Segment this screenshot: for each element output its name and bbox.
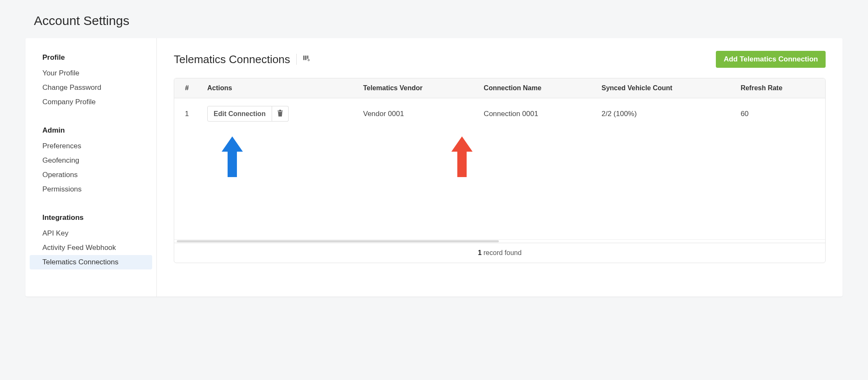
sidebar-item-operations[interactable]: Operations <box>30 168 152 182</box>
svg-rect-1 <box>305 55 306 60</box>
main-panel: Telematics Connections Add Telematics Co… <box>157 38 843 297</box>
sidebar-item-company-profile[interactable]: Company Profile <box>30 95 152 109</box>
cell-refresh-rate: 60 <box>733 98 825 130</box>
connections-table: # Actions Telematics Vendor Connection N… <box>174 78 826 263</box>
add-telematics-connection-button[interactable]: Add Telematics Connection <box>716 51 826 68</box>
col-header-actions: Actions <box>200 78 356 98</box>
svg-point-3 <box>308 59 309 61</box>
table-row: 1 Edit Connection <box>174 98 825 130</box>
sidebar-item-permissions[interactable]: Permissions <box>30 182 152 197</box>
sidebar: Profile Your Profile Change Password Com… <box>25 38 157 297</box>
sidebar-item-change-password[interactable]: Change Password <box>30 80 152 95</box>
sidebar-item-api-key[interactable]: API Key <box>30 226 152 241</box>
col-header-synced: Synced Vehicle Count <box>594 78 733 98</box>
sidebar-item-preferences[interactable]: Preferences <box>30 139 152 153</box>
sidebar-heading-integrations: Integrations <box>30 211 152 226</box>
record-count: 1 <box>478 249 481 256</box>
cell-connection-name: Connection 0001 <box>476 98 594 130</box>
svg-rect-2 <box>307 55 308 59</box>
annotation-arrow-blue <box>222 136 243 177</box>
svg-rect-0 <box>303 55 304 60</box>
horizontal-scrollbar[interactable] <box>174 239 825 243</box>
trash-icon <box>277 110 283 118</box>
sidebar-item-telematics-connections[interactable]: Telematics Connections <box>30 255 152 269</box>
section-title: Telematics Connections <box>174 53 290 66</box>
settings-card: Profile Your Profile Change Password Com… <box>25 38 843 297</box>
annotation-arrow-red <box>451 136 473 177</box>
col-header-name: Connection Name <box>476 78 594 98</box>
sidebar-heading-profile: Profile <box>30 51 152 66</box>
sidebar-item-activity-feed-webhook[interactable]: Activity Feed Webhook <box>30 241 152 255</box>
cell-vendor: Vendor 0001 <box>356 98 476 130</box>
table-footer: 1 record found <box>174 243 825 263</box>
sidebar-heading-admin: Admin <box>30 124 152 139</box>
svg-rect-5 <box>279 110 281 111</box>
sidebar-item-your-profile[interactable]: Your Profile <box>30 66 152 80</box>
col-header-vendor: Telematics Vendor <box>356 78 476 98</box>
columns-settings-icon[interactable] <box>303 55 310 64</box>
col-header-refresh: Refresh Rate <box>733 78 825 98</box>
cell-number: 1 <box>174 98 200 130</box>
cell-synced-count: 2/2 (100%) <box>594 98 733 130</box>
svg-rect-4 <box>278 111 283 111</box>
sidebar-item-geofencing[interactable]: Geofencing <box>30 153 152 168</box>
delete-connection-button[interactable] <box>272 106 289 122</box>
col-header-number: # <box>174 78 200 98</box>
table-empty-space <box>174 129 825 239</box>
edit-connection-button[interactable]: Edit Connection <box>207 106 272 122</box>
record-label: record found <box>481 249 521 256</box>
divider <box>296 54 297 65</box>
page-title: Account Settings <box>34 14 843 28</box>
